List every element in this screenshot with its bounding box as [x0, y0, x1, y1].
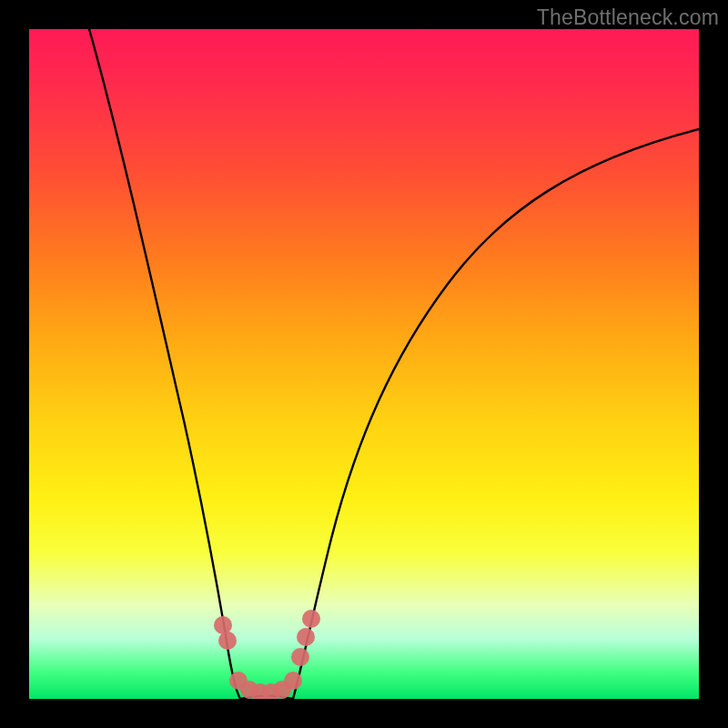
- marker-dot: [284, 672, 302, 690]
- right-bottleneck-curve: [293, 129, 699, 699]
- chart-frame: TheBottleneck.com: [0, 0, 728, 728]
- marker-dot: [218, 632, 237, 650]
- curve-overlay: [29, 29, 699, 699]
- left-bottleneck-curve: [89, 29, 240, 699]
- marker-dot: [302, 610, 320, 628]
- marker-dot: [291, 648, 309, 666]
- marker-dot: [297, 628, 315, 646]
- watermark-text: TheBottleneck.com: [537, 5, 719, 30]
- marker-dot: [214, 616, 232, 634]
- plot-area: [29, 29, 699, 699]
